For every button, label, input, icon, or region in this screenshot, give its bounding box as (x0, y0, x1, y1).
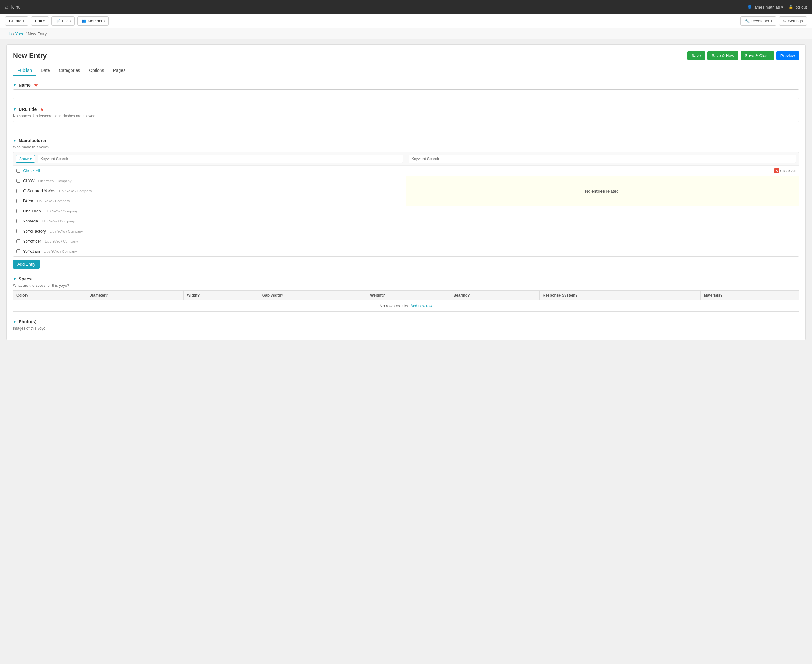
no-rows-text: No rows created (379, 303, 410, 308)
url-title-input[interactable] (13, 121, 799, 130)
manufacturer-list-item: YoYoFactory Lib / YoYo / Company (13, 226, 406, 236)
photos-chevron-icon: ▼ (13, 319, 17, 324)
add-new-row-link[interactable]: Add new row (410, 304, 432, 308)
left-panel-toolbar: Show ▾ (13, 152, 406, 166)
name-label: Name (19, 83, 31, 88)
clear-all-label: Clear All (781, 169, 796, 173)
breadcrumb-yoyo[interactable]: YoYo (15, 31, 24, 36)
specs-no-rows-row: No rows created Add new row (13, 300, 799, 312)
col-width: Width? (184, 291, 259, 300)
col-materials: Materials? (701, 291, 799, 300)
breadcrumb-current: New Entry (28, 31, 47, 36)
create-dropdown-icon: ▾ (23, 19, 24, 23)
name-input[interactable] (13, 90, 799, 99)
manufacturer-item-name: Yomega (23, 219, 38, 223)
manufacturer-item-name: CLYW (23, 178, 35, 183)
settings-button[interactable]: ⚙ Settings (779, 16, 807, 26)
check-all-label[interactable]: Check All (23, 168, 40, 173)
manufacturer-item-checkbox[interactable] (16, 209, 21, 213)
manufacturer-item-checkbox[interactable] (16, 189, 21, 193)
photos-section: ▼ Photo(s) Images of this yoyo. (13, 319, 799, 330)
manufacturer-section: ▼ Manufacturer Who made this yoyo? Show … (13, 138, 799, 269)
left-keyword-search-input[interactable] (37, 155, 403, 163)
developer-label: Developer (751, 19, 770, 23)
specs-label: Specs (19, 277, 31, 282)
manufacturer-box: Show ▾ Check All CLYW Lib (13, 152, 799, 257)
files-icon: 📄 (55, 19, 60, 23)
manufacturer-item-name: iYoYo (23, 199, 33, 203)
manufacturer-item-checkbox[interactable] (16, 199, 21, 203)
manufacturer-item-path: Lib / YoYo / Company (42, 219, 75, 223)
files-button[interactable]: 📄 Files (51, 16, 74, 26)
manufacturer-right-panel: ✕ Clear All No entries related. (406, 152, 799, 256)
manufacturer-list-item: G Squared YoYos Lib / YoYo / Company (13, 186, 406, 196)
manufacturer-item-path: Lib / YoYo / Company (39, 179, 72, 183)
col-response: Response System? (539, 291, 700, 300)
preview-button[interactable]: Preview (776, 51, 799, 60)
show-label: Show (19, 156, 29, 161)
manufacturer-item-checkbox[interactable] (16, 179, 21, 183)
tab-pages[interactable]: Pages (109, 65, 130, 76)
right-panel-toolbar (406, 152, 799, 166)
manufacturer-item-checkbox[interactable] (16, 219, 21, 223)
name-chevron-icon: ▼ (13, 83, 17, 87)
right-keyword-search-input[interactable] (408, 155, 796, 163)
developer-button[interactable]: 🔧 Developer ▾ (740, 16, 776, 26)
manufacturer-panels: Show ▾ Check All CLYW Lib (13, 152, 799, 256)
save-button[interactable]: Save (687, 51, 705, 60)
user-chevron-icon: ▾ (781, 5, 783, 10)
save-new-button[interactable]: Save & New (707, 51, 738, 60)
tab-date[interactable]: Date (36, 65, 55, 76)
manufacturer-item-checkbox[interactable] (16, 249, 21, 253)
show-button[interactable]: Show ▾ (16, 155, 35, 163)
manufacturer-left-panel: Show ▾ Check All CLYW Lib (13, 152, 406, 256)
edit-button[interactable]: Edit ▾ (31, 16, 49, 26)
home-icon[interactable]: ⌂ (5, 4, 8, 10)
specs-header-row: Color? Diameter? Width? Gap Width? Weigh… (13, 291, 799, 300)
create-button[interactable]: Create ▾ (5, 16, 28, 26)
breadcrumb-lib[interactable]: Lib (6, 31, 11, 36)
url-title-required-star: ★ (40, 107, 44, 112)
url-title-section: ▼ URL title ★ No spaces. Underscores and… (13, 107, 799, 130)
check-all-row: Check All (13, 166, 406, 176)
manufacturer-item-path: Lib / YoYo / Company (50, 229, 83, 233)
manufacturer-item-name: G Squared YoYos (23, 189, 55, 193)
members-button[interactable]: 👥 Members (77, 16, 109, 26)
col-color: Color? (13, 291, 86, 300)
manufacturer-item-checkbox[interactable] (16, 229, 21, 233)
tab-categories[interactable]: Categories (55, 65, 85, 76)
add-entry-label: Add Entry (17, 262, 35, 267)
manufacturer-label: Manufacturer (19, 138, 47, 143)
specs-section: ▼ Specs What are the specs for this yoyo… (13, 277, 799, 312)
specs-no-rows-cell: No rows created Add new row (13, 300, 799, 312)
entry-actions: Save Save & New Save & Close Preview (687, 51, 799, 60)
create-label: Create (9, 19, 21, 23)
specs-hint: What are the specs for this yoyo? (13, 283, 799, 288)
entry-header: New Entry Save Save & New Save & Close P… (13, 51, 799, 60)
clear-all-button[interactable]: ✕ Clear All (774, 168, 796, 173)
developer-icon: 🔧 (745, 19, 750, 23)
specs-table: Color? Diameter? Width? Gap Width? Weigh… (13, 290, 799, 312)
check-all-checkbox[interactable] (16, 169, 21, 173)
main-content: New Entry Save Save & New Save & Close P… (0, 39, 812, 345)
site-name: leihu (11, 5, 21, 10)
manufacturer-item-path: Lib / YoYo / Company (59, 189, 92, 193)
manufacturer-item-checkbox[interactable] (16, 239, 21, 243)
save-close-button[interactable]: Save & Close (741, 51, 774, 60)
main-toolbar: Create ▾ Edit ▾ 📄 Files 👥 Members 🔧 Deve… (0, 14, 812, 28)
members-label: Members (88, 19, 105, 23)
manufacturer-list-item: CLYW Lib / YoYo / Company (13, 176, 406, 186)
no-entries-message: No entries related. (406, 176, 799, 206)
entry-title: New Entry (13, 52, 47, 60)
user-menu[interactable]: 👤 james mathias ▾ (747, 5, 783, 10)
tab-publish[interactable]: Publish (13, 65, 36, 76)
members-icon: 👥 (81, 19, 86, 23)
no-entries-strong: entries (591, 189, 605, 194)
manufacturer-list-item: YoYofficer Lib / YoYo / Company (13, 236, 406, 246)
col-weight: Weight? (367, 291, 450, 300)
settings-label: Settings (788, 19, 803, 23)
add-entry-button[interactable]: Add Entry (13, 260, 40, 269)
specs-chevron-icon: ▼ (13, 277, 17, 281)
logout-button[interactable]: 🔓 log out (788, 5, 807, 10)
tab-options[interactable]: Options (85, 65, 109, 76)
